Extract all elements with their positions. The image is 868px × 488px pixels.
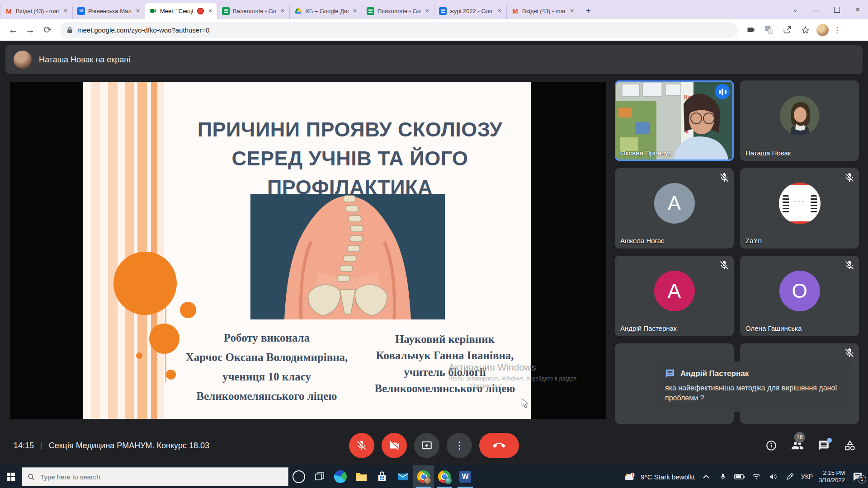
participant-initial-avatar: A [654, 183, 695, 224]
audio-level-indicator-icon [715, 84, 730, 99]
chrome-icon [417, 470, 430, 483]
mic-toggle-button[interactable] [349, 433, 374, 458]
participant-tile-oksana-pronchuk[interactable]: Яя Її ь Оксана Прончук [615, 80, 734, 161]
tab-close-icon[interactable]: ✕ [424, 8, 430, 14]
chat-message-popup[interactable]: Андрій Пастернак яка найефективніша мето… [655, 361, 852, 412]
browser-tab-gmail-1[interactable]: M Вхідні (43) - mart ✕ [0, 3, 72, 19]
tab-close-icon[interactable]: ✕ [569, 8, 575, 14]
participant-tile-anzhela-nohas[interactable]: A Анжела Ногас [615, 168, 734, 249]
chat-notification-dot [827, 438, 832, 443]
tab-close-icon[interactable]: ✕ [207, 8, 213, 14]
microphone-tray-icon[interactable] [717, 471, 728, 482]
network-icon[interactable] [751, 471, 762, 482]
browser-tab-calendar[interactable]: 18 Рівненська Мала ✕ [72, 3, 145, 19]
weather-text[interactable]: 9°C Stark bewölkt [641, 473, 694, 481]
window-minimize-button[interactable]: — [806, 0, 826, 19]
mic-off-icon [844, 260, 855, 271]
cortana-icon [292, 470, 305, 483]
meeting-details-button[interactable] [765, 439, 778, 452]
clock-date: 3/18/2022 [819, 477, 845, 484]
action-center-button[interactable]: 1 [851, 470, 864, 483]
browser-toolbar: ← → ⟳ meet.google.com/zyo-dfko-woo?authu… [0, 19, 868, 41]
browser-tab-gmail-2[interactable]: M Вхідні (43) - mart ✕ [506, 3, 579, 19]
end-call-button[interactable] [479, 433, 519, 458]
tray-chevron-icon[interactable] [701, 471, 712, 482]
participant-name: Андрій Пастернак [620, 324, 676, 332]
tab-close-icon[interactable]: ✕ [352, 8, 358, 14]
system-tray: 9°C Stark bewölkt УКР [624, 469, 868, 484]
browser-tab-drive[interactable]: ХБ – Google Дис ✕ [289, 3, 362, 19]
new-tab-button[interactable]: + [581, 4, 595, 18]
cortana-button[interactable] [288, 465, 309, 488]
chrome-icon [438, 470, 451, 483]
present-screen-button[interactable] [414, 433, 439, 458]
browser-menu-icon[interactable]: ⋮ [833, 25, 841, 35]
microsoft-store-button[interactable] [372, 465, 392, 488]
address-bar[interactable]: meet.google.com/zyo-dfko-woo?authuser=0 [60, 22, 738, 38]
participant-tile-olena-hashynska[interactable]: O Олена Гашинська [740, 256, 859, 336]
participants-count-badge: 16 [794, 432, 805, 443]
bookmark-star-icon[interactable] [798, 23, 812, 37]
presentation-stage[interactable]: ПРИЧИНИ ПРОЯВУ СКОЛІОЗУ СЕРЕД УЧНІВ ТА Й… [10, 82, 606, 419]
more-options-button[interactable]: ⋮ [447, 433, 472, 458]
chat-bubble-icon [665, 369, 675, 379]
tab-close-icon[interactable]: ✕ [279, 8, 286, 14]
tab-close-icon[interactable]: ✕ [62, 8, 69, 14]
window-close-button[interactable]: ✕ [847, 0, 868, 19]
weather-icon[interactable] [624, 471, 635, 482]
participant-name: Олена Гашинська [745, 324, 802, 332]
participant-tile-natasha-novak[interactable]: Наташа Новак [740, 80, 859, 161]
docs-icon [439, 7, 447, 15]
word-button[interactable]: W [455, 465, 476, 488]
forward-button[interactable]: → [22, 21, 39, 38]
profile-avatar[interactable] [816, 24, 829, 36]
tab-close-icon[interactable]: ✕ [135, 8, 141, 14]
back-button[interactable]: ← [5, 21, 22, 38]
sheets-icon [367, 7, 374, 15]
file-explorer-button[interactable] [351, 465, 372, 488]
participant-name: Анжела Ногас [620, 237, 665, 244]
camera-toggle-button[interactable] [382, 433, 407, 458]
tab-label: Вхідні (43) - mart [522, 8, 566, 14]
participant-tile-andrii-pasternak[interactable]: A Андрій Пастернак [615, 256, 734, 336]
chrome-active-button[interactable] [413, 465, 434, 488]
activities-button[interactable] [844, 439, 856, 452]
window-controls: ⌄ — ✕ [785, 0, 868, 19]
mail-button[interactable] [392, 465, 413, 488]
taskbar-clock[interactable]: 2:15 PM 3/18/2022 [819, 469, 845, 484]
window-restore-button[interactable] [826, 0, 847, 19]
task-view-button[interactable] [309, 465, 330, 488]
tab-search-chevron-icon[interactable]: ⌄ [785, 0, 806, 19]
language-indicator[interactable]: УКР [801, 473, 813, 480]
chat-panel-button[interactable] [817, 439, 830, 452]
chat-message-text: яка найефективніша методіка для вирішенн… [665, 383, 842, 404]
translate-icon[interactable]: GA [762, 23, 776, 37]
participants-panel-button[interactable]: 16 [791, 439, 804, 452]
browser-tab-meet-active[interactable]: Meet: "Секці ✕ [145, 3, 217, 19]
mail-icon [397, 471, 409, 482]
camera-in-use-icon[interactable] [744, 23, 758, 37]
slide-orange-circle [149, 324, 179, 354]
chrome-secondary-button[interactable] [434, 465, 455, 488]
windows-taskbar: W 9°C Stark bewölkt [0, 465, 868, 488]
taskbar-search[interactable] [22, 467, 288, 486]
tab-close-icon[interactable]: ✕ [496, 8, 503, 14]
pen-icon[interactable] [784, 471, 795, 482]
meeting-title: Секція Медицина РМАНУМ. Конкурс 18.03 [49, 441, 209, 450]
slide-orange-circle [180, 302, 196, 318]
browser-tab-sheets-2[interactable]: Психологія - Goo ✕ [362, 3, 434, 19]
share-icon[interactable] [780, 23, 794, 37]
edge-button[interactable] [330, 465, 351, 488]
calendar-icon: 18 [77, 7, 85, 15]
browser-tab-docs[interactable]: журі 2022 - Goo ✕ [434, 3, 506, 19]
search-input[interactable] [39, 473, 283, 481]
battery-icon[interactable] [734, 471, 745, 482]
slide-orange-circle [166, 370, 176, 380]
tab-label: ХБ – Google Дис [305, 8, 349, 14]
participant-tile-zayn[interactable]: ~ ~ ~ ZaYn [740, 168, 859, 249]
word-icon: W [459, 471, 471, 483]
browser-tab-sheets-1[interactable]: Валеологія - Goo ✕ [217, 3, 289, 19]
start-button[interactable] [0, 465, 22, 488]
reload-button[interactable]: ⟳ [39, 21, 56, 38]
volume-icon[interactable] [768, 471, 778, 482]
